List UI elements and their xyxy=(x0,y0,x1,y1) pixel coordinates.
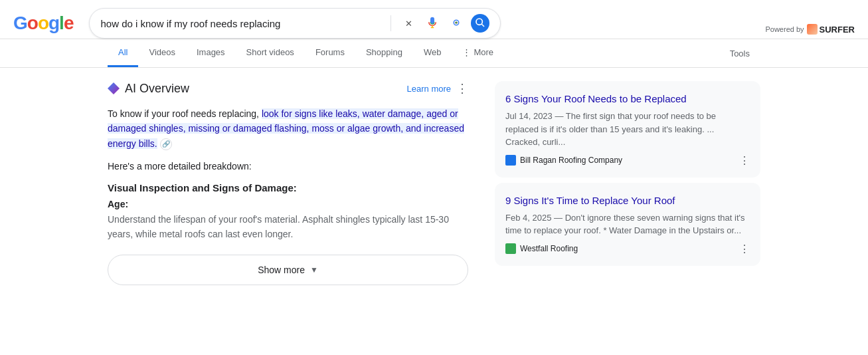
dots-icon: ⋮ xyxy=(462,47,471,57)
result-title-2: 9 Signs It's Time to Replace Your Roof xyxy=(505,193,750,207)
result-more-button-2[interactable]: ⋮ xyxy=(739,243,750,255)
result-source-2: Westfall Roofing xyxy=(505,243,578,254)
ai-sub-title: Age: xyxy=(108,199,468,209)
favicon-1 xyxy=(505,155,516,166)
result-date-2: Feb 4, 2025 xyxy=(505,213,551,223)
result-card-2[interactable]: 9 Signs It's Time to Replace Your Roof F… xyxy=(495,183,760,266)
show-more-button[interactable]: Show more ▼ xyxy=(108,255,468,285)
svg-line-5 xyxy=(481,24,484,27)
surfer-icon xyxy=(807,24,818,35)
ai-breakdown: Here's a more detailed breakdown: xyxy=(108,159,468,174)
chevron-down-icon: ▼ xyxy=(310,265,318,275)
more-options-button[interactable]: ⋮ xyxy=(456,81,468,96)
tools-button[interactable]: Tools xyxy=(719,41,760,66)
powered-by-label: Powered by xyxy=(765,25,804,33)
tab-shopping[interactable]: Shopping xyxy=(355,39,413,67)
show-more-label: Show more xyxy=(258,265,305,275)
result-footer-1: Bill Ragan Roofing Company ⋮ xyxy=(505,154,750,167)
ai-overview-header: AI Overview Learn more ⋮ xyxy=(108,81,468,96)
ai-body-text: Understand the lifespan of your roof's m… xyxy=(108,212,468,242)
search-bar-container: ✕ xyxy=(89,8,501,39)
google-logo: Google xyxy=(13,13,73,34)
lens-button[interactable] xyxy=(447,14,466,33)
ai-intro-text: To know if your roof needs replacing, lo… xyxy=(108,106,468,151)
search-input[interactable] xyxy=(100,18,383,29)
tab-forums[interactable]: Forums xyxy=(305,39,355,67)
surfer-brand: SURFER xyxy=(820,25,855,35)
result-separator-2: — xyxy=(554,213,565,223)
main-content: AI Overview Learn more ⋮ To know if your… xyxy=(0,68,868,298)
tab-all[interactable]: All xyxy=(108,39,138,67)
result-separator-1: — xyxy=(555,111,565,121)
clear-button[interactable]: ✕ xyxy=(399,14,418,33)
ai-intro-before: To know if your roof needs replacing, xyxy=(108,108,262,119)
result-title-1: 6 Signs Your Roof Needs to be Replaced xyxy=(505,92,750,106)
svg-point-3 xyxy=(456,21,458,23)
search-icon xyxy=(475,17,485,30)
source-name-1: Bill Ragan Roofing Company xyxy=(520,156,622,165)
voice-search-button[interactable] xyxy=(423,14,442,33)
tab-web[interactable]: Web xyxy=(413,39,452,67)
result-source-1: Bill Ragan Roofing Company xyxy=(505,155,622,166)
ai-overview-actions: Learn more ⋮ xyxy=(407,81,468,96)
ai-overview-panel: AI Overview Learn more ⋮ To know if your… xyxy=(108,81,468,285)
clear-icon: ✕ xyxy=(405,19,412,29)
result-more-button-1[interactable]: ⋮ xyxy=(739,154,750,167)
learn-more-button[interactable]: Learn more xyxy=(407,84,451,94)
powered-by-section: Powered by SURFER xyxy=(765,24,855,39)
ai-diamond-icon xyxy=(108,82,120,94)
result-footer-2: Westfall Roofing ⋮ xyxy=(505,243,750,255)
search-bar: ✕ xyxy=(89,8,501,39)
result-snippet-1: Jul 14, 2023 — The first sign that your … xyxy=(505,110,750,149)
microphone-icon xyxy=(426,17,438,31)
tab-videos[interactable]: Videos xyxy=(138,39,186,67)
header: Google ✕ xyxy=(0,0,868,39)
result-snippet-2: Feb 4, 2025 — Don't ignore these seven w… xyxy=(505,211,750,237)
nav-tabs: All Videos Images Short videos Forums Sh… xyxy=(0,39,868,68)
breakdown-label: Here's a more detailed breakdown: xyxy=(108,161,252,172)
ai-section-title: Visual Inspection and Signs of Damage: xyxy=(108,182,468,193)
source-name-2: Westfall Roofing xyxy=(520,244,578,253)
tab-short-videos[interactable]: Short videos xyxy=(236,39,305,67)
search-button[interactable] xyxy=(471,14,489,33)
results-panel: 6 Signs Your Roof Needs to be Replaced J… xyxy=(495,81,760,285)
ai-overview-heading: AI Overview xyxy=(125,82,189,96)
surfer-badge: SURFER xyxy=(807,24,855,35)
favicon-2 xyxy=(505,243,516,254)
search-divider xyxy=(391,15,391,31)
link-icon[interactable]: 🔗 xyxy=(160,138,172,150)
svg-point-4 xyxy=(476,19,482,25)
result-date-1: Jul 14, 2023 xyxy=(505,111,553,121)
ai-overview-title: AI Overview xyxy=(108,82,189,96)
tab-more[interactable]: ⋮ More xyxy=(452,39,504,67)
lens-icon xyxy=(450,17,462,31)
result-card-1[interactable]: 6 Signs Your Roof Needs to be Replaced J… xyxy=(495,81,760,178)
tab-images[interactable]: Images xyxy=(186,39,236,67)
